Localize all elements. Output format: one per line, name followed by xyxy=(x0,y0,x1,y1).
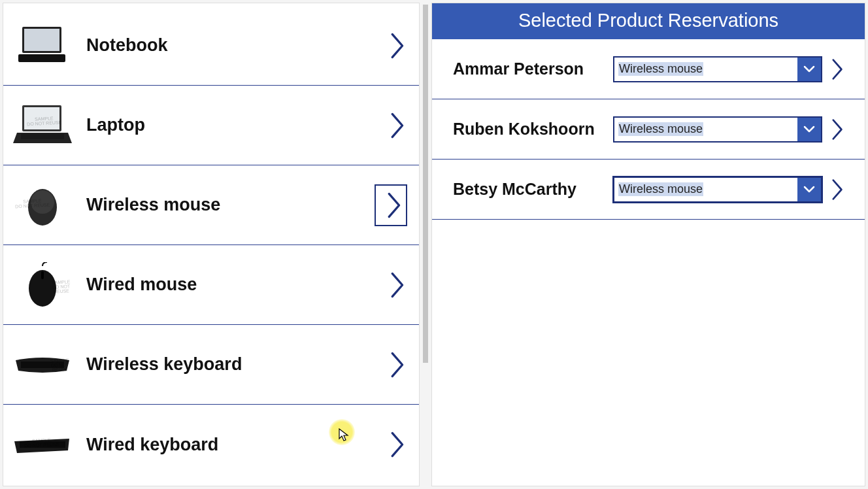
chevron-right-icon[interactable] xyxy=(375,184,407,226)
product-select-value: Wireless mouse xyxy=(614,118,797,141)
product-list: Notebook SAMPLEDO NOT REUSE Laptop xyxy=(3,3,419,484)
product-list-pane: Notebook SAMPLEDO NOT REUSE Laptop xyxy=(3,3,420,486)
chevron-down-icon[interactable] xyxy=(797,178,821,201)
chevron-right-icon[interactable] xyxy=(830,178,846,201)
chevron-right-icon[interactable] xyxy=(830,118,846,141)
chevron-right-icon[interactable] xyxy=(389,271,407,299)
svg-rect-10 xyxy=(41,271,44,279)
product-thumb-notebook xyxy=(11,20,73,72)
product-item-wired-keyboard[interactable]: SAMPLEDO NOT REUSE Wired keyboard xyxy=(3,405,419,484)
product-label: Wired mouse xyxy=(86,275,197,295)
product-label: Notebook xyxy=(86,35,168,56)
chevron-right-icon[interactable] xyxy=(830,58,846,81)
reservation-row: Ruben Kokshoorn Wireless mouse xyxy=(432,99,865,160)
chevron-down-icon[interactable] xyxy=(797,118,821,141)
product-label: Wireless mouse xyxy=(86,195,220,215)
product-item-wired-mouse[interactable]: SAMPLEDO NOT REUSE Wired mouse xyxy=(3,245,419,325)
product-thumb-wireless-mouse: SAMPLEDO NOT REUSE xyxy=(11,179,73,231)
chevron-right-icon[interactable] xyxy=(389,31,407,60)
product-select[interactable]: Wireless mouse xyxy=(613,116,822,143)
product-select[interactable]: Wireless mouse xyxy=(613,177,822,203)
svg-rect-6 xyxy=(21,134,64,139)
product-item-laptop[interactable]: SAMPLEDO NOT REUSE Laptop xyxy=(3,86,419,165)
chevron-right-icon[interactable] xyxy=(389,430,407,459)
chevron-right-icon[interactable] xyxy=(389,111,407,140)
product-item-notebook[interactable]: Notebook xyxy=(3,6,419,86)
reservation-name: Betsy McCarthy xyxy=(453,180,613,199)
product-thumb-wired-keyboard: SAMPLEDO NOT REUSE xyxy=(11,418,73,471)
svg-rect-2 xyxy=(18,54,65,62)
product-item-wireless-mouse[interactable]: SAMPLEDO NOT REUSE Wireless mouse xyxy=(3,165,419,245)
reservations-header: Selected Product Reservations xyxy=(432,3,865,39)
product-select-value: Wireless mouse xyxy=(614,178,797,201)
reservation-name: Ammar Peterson xyxy=(453,59,613,78)
product-label: Laptop xyxy=(86,115,145,135)
product-label: Wired keyboard xyxy=(86,435,218,455)
product-thumb-wireless-keyboard: SAMPLEDO NOT REUSE xyxy=(11,339,73,391)
chevron-down-icon[interactable] xyxy=(797,58,821,81)
chevron-right-icon[interactable] xyxy=(389,350,407,379)
product-item-wireless-keyboard[interactable]: SAMPLEDO NOT REUSE Wireless keyboard xyxy=(3,325,419,405)
product-thumb-laptop: SAMPLEDO NOT REUSE xyxy=(11,99,73,152)
svg-rect-1 xyxy=(24,29,59,51)
reservations-pane: Selected Product Reservations Ammar Pete… xyxy=(431,3,865,486)
reservation-row: Betsy McCarthy Wireless mouse xyxy=(432,160,865,220)
product-select[interactable]: Wireless mouse xyxy=(613,56,822,82)
product-label: Wireless keyboard xyxy=(86,354,242,375)
vertical-scrollbar[interactable] xyxy=(422,3,429,486)
product-select-value: Wireless mouse xyxy=(614,58,797,81)
reservation-row: Ammar Peterson Wireless mouse xyxy=(432,39,865,99)
product-thumb-wired-mouse: SAMPLEDO NOT REUSE xyxy=(11,259,73,311)
reservation-name: Ruben Kokshoorn xyxy=(453,120,613,139)
